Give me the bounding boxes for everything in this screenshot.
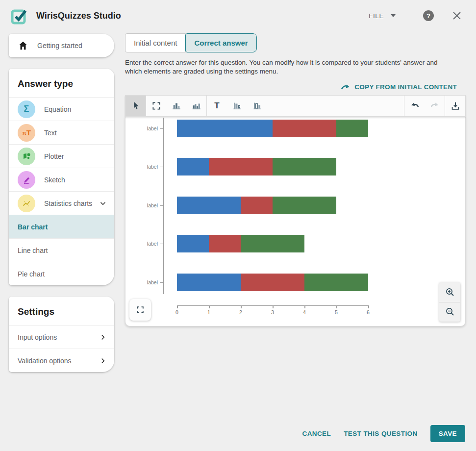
app-title: WirisQuizzes Studio bbox=[36, 11, 121, 21]
close-icon[interactable] bbox=[451, 10, 462, 21]
sidebar-item-input-options[interactable]: Input options bbox=[9, 325, 114, 349]
chart-bar-row[interactable]: label bbox=[125, 235, 465, 252]
chevron-right-icon bbox=[99, 356, 107, 365]
help-icon[interactable]: ? bbox=[423, 10, 434, 21]
cancel-button[interactable]: CANCEL bbox=[302, 430, 331, 437]
cursor-icon bbox=[130, 100, 141, 111]
redo-arrow-icon bbox=[341, 83, 351, 90]
zoom-out-icon bbox=[444, 306, 456, 318]
bar-chart-values-icon bbox=[252, 100, 263, 111]
bar-chart-icon bbox=[171, 100, 182, 111]
main-panel: Initial content Correct answer Enter the… bbox=[125, 33, 466, 326]
bar-segment[interactable] bbox=[241, 274, 304, 291]
x-tick-label: 5 bbox=[335, 309, 338, 315]
x-tick-label: 4 bbox=[303, 309, 306, 315]
bar-labels-tool-button[interactable] bbox=[227, 96, 247, 116]
content-tabs: Initial content Correct answer bbox=[125, 33, 257, 52]
sidebar-item-plotter[interactable]: Plotter bbox=[9, 144, 114, 168]
answer-type-card: Answer type Σ Equation πT Text Plotter bbox=[9, 69, 114, 285]
sidebar-item-statistics-charts[interactable]: Statistics charts bbox=[9, 191, 114, 215]
x-tick bbox=[209, 305, 210, 308]
toolbar-spacer bbox=[267, 96, 404, 116]
add-multi-bar-chart-button[interactable] bbox=[186, 96, 206, 116]
add-bar-chart-button[interactable] bbox=[166, 96, 186, 116]
settings-heading: Settings bbox=[9, 297, 114, 325]
y-category-label[interactable]: label bbox=[125, 279, 158, 285]
pencil-icon bbox=[18, 171, 35, 189]
sidebar-item-line-chart[interactable]: Line chart bbox=[9, 238, 114, 262]
x-tick-label: 1 bbox=[207, 309, 210, 315]
text-tool-icon: T bbox=[214, 101, 219, 111]
bar-segment[interactable] bbox=[273, 197, 336, 214]
tab-description: Enter the correct answer for this questi… bbox=[125, 58, 454, 76]
x-tick bbox=[273, 305, 274, 308]
bar-chart-labels-icon bbox=[232, 100, 243, 111]
chevron-down-icon bbox=[99, 199, 107, 208]
bar-segment[interactable] bbox=[209, 158, 273, 175]
chart-bar-row[interactable]: label bbox=[125, 120, 465, 137]
bar-segment[interactable] bbox=[241, 235, 304, 252]
bar-segment[interactable] bbox=[177, 158, 209, 175]
top-bar: WirisQuizzes Studio FILE ? bbox=[0, 0, 476, 31]
chart-bar-row[interactable]: label bbox=[125, 158, 465, 175]
bar-segment[interactable] bbox=[241, 197, 273, 214]
y-tick bbox=[160, 128, 163, 129]
sidebar-item-getting-started[interactable]: Getting started bbox=[9, 34, 114, 57]
bar-segment[interactable] bbox=[304, 274, 368, 291]
y-category-label[interactable]: label bbox=[125, 164, 158, 170]
sidebar-item-equation[interactable]: Σ Equation bbox=[9, 97, 114, 121]
bar-segment[interactable] bbox=[273, 158, 336, 175]
text-tool-button[interactable]: T bbox=[207, 96, 227, 116]
bar-segment[interactable] bbox=[177, 235, 209, 252]
x-tick bbox=[241, 305, 242, 308]
chart-bar-row[interactable]: label bbox=[125, 197, 465, 214]
fullscreen-button[interactable] bbox=[129, 299, 151, 321]
zoom-out-button[interactable] bbox=[439, 302, 460, 322]
scatter-chart-icon bbox=[18, 195, 35, 212]
chart-plot-area[interactable]: labellabellabellabellabel 0123456 bbox=[125, 117, 466, 326]
chart-editor-canvas: T bbox=[125, 95, 466, 326]
y-tick bbox=[160, 167, 163, 167]
sidebar-item-bar-chart[interactable]: Bar chart bbox=[9, 215, 114, 238]
tab-correct-answer[interactable]: Correct answer bbox=[185, 33, 256, 52]
home-icon bbox=[18, 40, 28, 51]
y-category-label[interactable]: label bbox=[125, 202, 158, 208]
chevron-right-icon bbox=[99, 333, 107, 342]
y-category-label[interactable]: label bbox=[125, 125, 158, 131]
chevron-down-icon bbox=[391, 14, 396, 17]
copy-from-initial-content-link[interactable]: COPY FROM INITIAL CONTENT bbox=[341, 83, 457, 91]
sidebar-item-text[interactable]: πT Text bbox=[9, 121, 114, 144]
undo-button[interactable] bbox=[404, 96, 425, 116]
sidebar-item-pie-chart[interactable]: Pie chart bbox=[9, 262, 114, 285]
x-tick-label: 2 bbox=[239, 309, 242, 315]
redo-button[interactable] bbox=[425, 96, 445, 116]
test-this-question-button[interactable]: TEST THIS QUESTION bbox=[344, 430, 417, 437]
bar-segment[interactable] bbox=[273, 120, 336, 137]
redo-icon bbox=[429, 100, 441, 112]
fit-view-button[interactable] bbox=[146, 96, 166, 116]
x-tick-label: 0 bbox=[175, 309, 178, 315]
plotter-shapes-icon bbox=[18, 148, 35, 165]
zoom-controls bbox=[439, 282, 460, 322]
y-tick bbox=[160, 282, 163, 283]
download-icon bbox=[450, 100, 461, 111]
sidebar-item-validation-options[interactable]: Validation options bbox=[9, 349, 114, 372]
save-button[interactable]: SAVE bbox=[430, 425, 465, 442]
select-tool-button[interactable] bbox=[125, 96, 146, 116]
tab-initial-content[interactable]: Initial content bbox=[125, 33, 186, 52]
bar-segment[interactable] bbox=[177, 120, 273, 137]
file-menu[interactable]: FILE bbox=[369, 12, 396, 20]
sidebar-item-sketch[interactable]: Sketch bbox=[9, 168, 114, 191]
x-tick bbox=[368, 305, 369, 308]
y-category-label[interactable]: label bbox=[125, 241, 158, 247]
zoom-in-button[interactable] bbox=[439, 282, 460, 302]
bar-segment[interactable] bbox=[177, 274, 241, 291]
download-button[interactable] bbox=[445, 96, 465, 116]
bar-segment[interactable] bbox=[336, 120, 368, 137]
y-tick bbox=[160, 244, 163, 244]
bar-segment[interactable] bbox=[177, 197, 241, 214]
chart-bar-row[interactable]: label bbox=[125, 274, 465, 291]
bar-segment[interactable] bbox=[209, 235, 241, 252]
bar-values-tool-button[interactable] bbox=[247, 96, 267, 116]
y-tick bbox=[160, 205, 163, 206]
